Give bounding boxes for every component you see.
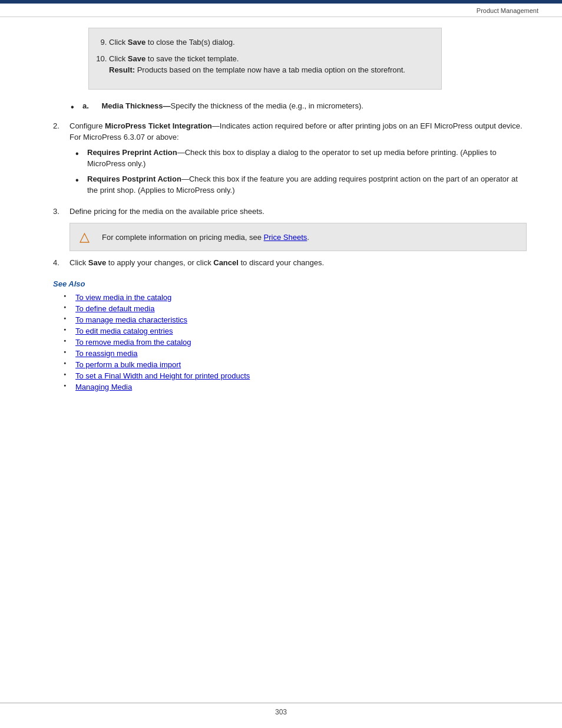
- sub-bullets-2: • Requires Preprint Action—Check this bo…: [75, 147, 527, 196]
- price-sheets-link[interactable]: Price Sheets: [264, 233, 308, 242]
- num-2-content: Configure MicroPress Ticket Integration—…: [70, 120, 527, 200]
- num-4-label: 4.: [53, 257, 70, 269]
- bullet-a-text: Specify the thickness of the media (e.g.…: [171, 101, 363, 110]
- bullet-2: ●: [64, 305, 74, 309]
- page: Product Management Click Save to close t…: [0, 0, 562, 728]
- see-also-title: See Also: [53, 279, 527, 288]
- see-also-link-9[interactable]: Managing Media: [75, 383, 132, 391]
- see-also-list: ● To view media in the catalog ● To defi…: [64, 293, 527, 391]
- see-also-item-3: ● To manage media characteristics: [64, 315, 527, 324]
- bullet-a-item: • a. Media Thickness—Specify the thickne…: [71, 100, 527, 114]
- numbered-item-2: 2. Configure MicroPress Ticket Integrati…: [53, 120, 527, 200]
- see-also-link-8[interactable]: To set a Final Width and Height for prin…: [75, 371, 250, 380]
- bullet-4: ●: [64, 327, 74, 331]
- footer: 303: [0, 703, 562, 716]
- num-4-content: Click Save to apply your changes, or cli…: [70, 257, 527, 269]
- bullet-a-dot: •: [71, 100, 80, 114]
- bullet-1: ●: [64, 294, 74, 298]
- callout-step-10: Click Save to save the ticket template. …: [109, 53, 429, 76]
- result-text: Products based on the template now have …: [135, 65, 405, 74]
- bullet-a-content: a. Media Thickness—Specify the thickness…: [82, 100, 363, 114]
- see-also-item-6: ● To reassign media: [64, 349, 527, 358]
- sub-bullet-preprint-text: Requires Preprint Action—Check this box …: [87, 147, 527, 170]
- see-also-link-6[interactable]: To reassign media: [75, 349, 138, 358]
- numbered-section: 2. Configure MicroPress Ticket Integrati…: [53, 120, 527, 218]
- see-also-item-5: ● To remove media from the catalog: [64, 338, 527, 347]
- num-3-text: Define pricing for the media on the avai…: [70, 207, 265, 216]
- numbered-item-4: 4. Click Save to apply your changes, or …: [53, 257, 527, 269]
- step-4-section: 4. Click Save to apply your changes, or …: [53, 257, 527, 269]
- result-label: Result:: [109, 65, 135, 74]
- page-number: 303: [275, 708, 287, 716]
- see-also-item-4: ● To edit media catalog entries: [64, 327, 527, 335]
- bullet-a-label: a.: [82, 101, 89, 110]
- sub-bullet-postprint: • Requires Postprint Action—Check this b…: [75, 173, 527, 196]
- see-also-item-8: ● To set a Final Width and Height for pr…: [64, 371, 527, 380]
- cancel-bold: Cancel: [213, 258, 239, 267]
- warning-text: For complete information on pricing medi…: [102, 233, 309, 242]
- see-also-item-2: ● To define default media: [64, 304, 527, 313]
- see-also-item-9: ● Managing Media: [64, 383, 527, 391]
- save-bold: Save: [88, 258, 106, 267]
- micropress-bold: MicroPress Ticket Integration: [105, 121, 212, 130]
- see-also-item-1: ● To view media in the catalog: [64, 293, 527, 302]
- see-also-link-3[interactable]: To manage media characteristics: [75, 315, 187, 324]
- see-also-link-4[interactable]: To edit media catalog entries: [75, 327, 173, 335]
- bullet-9: ●: [64, 383, 74, 387]
- sub-bullet-postprint-text: Requires Postprint Action—Check this box…: [87, 173, 527, 196]
- num-3-label: 3.: [53, 206, 70, 218]
- callout-box: Click Save to close the Tab(s) dialog. C…: [88, 28, 442, 90]
- bullet-6: ●: [64, 350, 74, 354]
- bullet-a-bold: Media Thickness—: [102, 101, 171, 110]
- num-2-label: 2.: [53, 120, 70, 200]
- bullet-3: ●: [64, 316, 74, 320]
- num-3-content: Define pricing for the media on the avai…: [70, 206, 527, 218]
- bullet-a-section: • a. Media Thickness—Specify the thickne…: [71, 100, 527, 114]
- see-also-item-7: ● To perform a bulk media import: [64, 360, 527, 369]
- content: Click Save to close the Tab(s) dialog. C…: [0, 17, 562, 417]
- see-also-link-1[interactable]: To view media in the catalog: [75, 293, 171, 302]
- see-also-link-7[interactable]: To perform a bulk media import: [75, 360, 181, 369]
- warning-icon: △: [80, 229, 96, 245]
- sub-bullet-dot-2: •: [75, 173, 85, 196]
- see-also-link-2[interactable]: To define default media: [75, 304, 154, 313]
- bullet-5: ●: [64, 338, 74, 342]
- sub-bullet-preprint: • Requires Preprint Action—Check this bo…: [75, 147, 527, 170]
- see-also-link-5[interactable]: To remove media from the catalog: [75, 338, 191, 347]
- sub-bullet-dot-1: •: [75, 147, 85, 170]
- bullet-7: ●: [64, 361, 74, 365]
- warning-box: △ For complete information on pricing me…: [70, 223, 527, 251]
- numbered-item-3: 3. Define pricing for the media on the a…: [53, 206, 527, 218]
- section-title: Product Management: [477, 7, 538, 14]
- header-bar: Product Management: [0, 4, 562, 17]
- callout-step-9: Click Save to close the Tab(s) dialog.: [109, 37, 429, 48]
- bullet-8: ●: [64, 372, 74, 376]
